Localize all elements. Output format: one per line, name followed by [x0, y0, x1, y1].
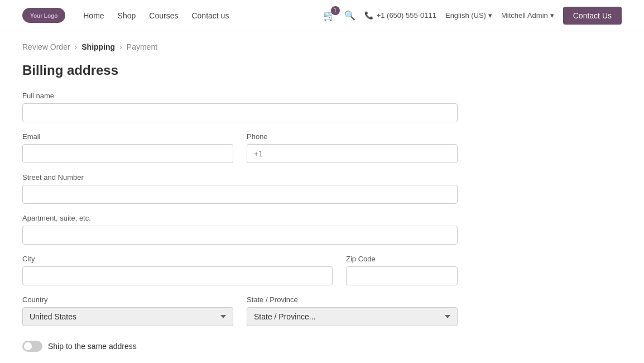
lang-chevron-icon: ▾	[488, 11, 492, 20]
full-name-group: Full name	[22, 92, 458, 122]
header-right: 🛒 1 🔍 📞 +1 (650) 555-0111 English (US) ▾…	[323, 7, 622, 25]
street-group: Street and Number	[22, 173, 458, 204]
language-label: English (US)	[445, 11, 486, 20]
breadcrumb-sep-1: ›	[75, 42, 78, 51]
street-label: Street and Number	[22, 173, 458, 182]
search-button[interactable]: 🔍	[344, 10, 355, 21]
phone-icon: 📞	[364, 11, 373, 20]
state-label: State / Province	[247, 295, 458, 304]
language-selector[interactable]: English (US) ▾	[445, 11, 492, 20]
email-phone-row: Email Phone	[22, 132, 458, 173]
country-state-row: Country United States Canada United King…	[22, 295, 458, 336]
apt-label: Apartment, suite, etc.	[22, 214, 458, 222]
country-label: Country	[22, 295, 233, 304]
page-title: Billing address	[22, 63, 458, 78]
toggle-slider	[22, 341, 42, 352]
breadcrumb-review[interactable]: Review Order	[22, 42, 70, 51]
phone-input[interactable]	[247, 144, 458, 163]
breadcrumb-shipping: Shipping	[81, 42, 115, 51]
apt-group: Apartment, suite, etc.	[22, 214, 458, 245]
city-group: City	[22, 255, 333, 285]
state-select[interactable]: State / Province... California New York …	[247, 307, 458, 326]
main-nav: Home Shop Courses Contact us	[83, 11, 229, 20]
user-chevron-icon: ▾	[550, 11, 554, 20]
phone-group: Phone	[247, 132, 458, 163]
ship-same-toggle[interactable]	[22, 341, 42, 352]
email-input[interactable]	[22, 144, 233, 163]
header-left: Your Logo Home Shop Courses Contact us	[22, 8, 229, 23]
user-name: Mitchell Admin	[501, 11, 548, 20]
nav-shop[interactable]: Shop	[118, 11, 136, 20]
ship-same-row: Ship to the same address	[22, 341, 458, 352]
main-content: Billing address Full name Email Phone St…	[0, 57, 480, 363]
cart-button[interactable]: 🛒 1	[323, 9, 335, 22]
contact-us-header-button[interactable]: Contact Us	[563, 7, 622, 25]
city-zip-row: City Zip Code	[22, 255, 458, 295]
email-label: Email	[22, 132, 233, 141]
nav-home[interactable]: Home	[83, 11, 104, 20]
user-selector[interactable]: Mitchell Admin ▾	[501, 11, 554, 20]
email-group: Email	[22, 132, 233, 163]
cart-badge: 1	[331, 6, 340, 15]
zip-label: Zip Code	[346, 255, 458, 263]
apt-input[interactable]	[22, 226, 458, 245]
state-group: State / Province State / Province... Cal…	[247, 295, 458, 326]
country-select[interactable]: United States Canada United Kingdom	[22, 307, 233, 326]
phone-info: 📞 +1 (650) 555-0111	[364, 11, 436, 20]
full-name-input[interactable]	[22, 103, 458, 122]
breadcrumb-sep-2: ›	[119, 42, 122, 51]
city-input[interactable]	[22, 266, 333, 285]
nav-contact[interactable]: Contact us	[191, 11, 229, 20]
country-group: Country United States Canada United King…	[22, 295, 233, 326]
zip-input[interactable]	[346, 266, 458, 285]
zip-group: Zip Code	[346, 255, 458, 285]
street-input[interactable]	[22, 185, 458, 204]
full-name-label: Full name	[22, 92, 458, 100]
breadcrumb-payment: Payment	[127, 42, 157, 51]
phone-number: +1 (650) 555-0111	[377, 11, 436, 20]
breadcrumb: Review Order › Shipping › Payment	[0, 31, 644, 57]
city-label: City	[22, 255, 333, 263]
header: Your Logo Home Shop Courses Contact us 🛒…	[0, 0, 644, 31]
logo-text: Your Logo	[30, 13, 57, 19]
logo: Your Logo	[22, 8, 65, 23]
phone-label: Phone	[247, 132, 458, 141]
search-icon: 🔍	[344, 11, 355, 20]
nav-courses[interactable]: Courses	[149, 11, 178, 20]
ship-same-label: Ship to the same address	[48, 342, 137, 351]
